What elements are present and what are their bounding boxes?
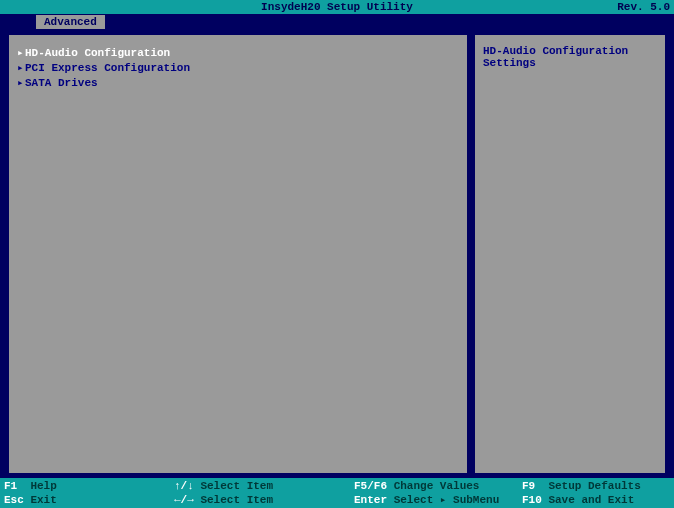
tab-row: Advanced [0, 14, 674, 30]
help-text: HD-Audio Configuration Settings [483, 45, 657, 69]
footer-col-4: F9 Setup Defaults F10 Save and Exit [522, 479, 670, 508]
footer-col-3: F5/F6 Change Values Enter Select ▸ SubMe… [354, 479, 522, 508]
footer-hint-defaults: F9 Setup Defaults [522, 479, 670, 493]
footer-col-1: F1 Help Esc Exit [4, 479, 174, 508]
footer-bar: F1 Help Esc Exit ↑/↓ Select Item ←/→ Sel… [0, 478, 674, 508]
tab-advanced[interactable]: Advanced [36, 15, 105, 29]
menu-item-hd-audio[interactable]: ▸HD-Audio Configuration [17, 45, 459, 60]
revision-label: Rev. 5.0 [617, 1, 670, 13]
help-panel: HD-Audio Configuration Settings [474, 34, 666, 474]
footer-col-2: ↑/↓ Select Item ←/→ Select Item [174, 479, 354, 508]
footer-hint-updown: ↑/↓ Select Item [174, 479, 354, 493]
title-bar: InsydeH20 Setup Utility Rev. 5.0 [0, 0, 674, 14]
footer-hint-help: F1 Help [4, 479, 174, 493]
submenu-arrow-icon: ▸ [17, 76, 25, 89]
menu-item-label: HD-Audio Configuration [25, 47, 170, 59]
menu-item-pci-express[interactable]: ▸PCI Express Configuration [17, 60, 459, 75]
footer-hint-save: F10 Save and Exit [522, 493, 670, 507]
menu-item-label: SATA Drives [25, 77, 98, 89]
submenu-arrow-icon: ▸ [17, 61, 25, 74]
menu-item-sata-drives[interactable]: ▸SATA Drives [17, 75, 459, 90]
footer-hint-leftright: ←/→ Select Item [174, 493, 354, 507]
menu-panel: ▸HD-Audio Configuration ▸PCI Express Con… [8, 34, 468, 474]
main-area: ▸HD-Audio Configuration ▸PCI Express Con… [0, 30, 674, 478]
submenu-arrow-icon: ▸ [17, 46, 25, 59]
footer-hint-change: F5/F6 Change Values [354, 479, 522, 493]
app-title: InsydeH20 Setup Utility [261, 1, 413, 13]
footer-hint-exit: Esc Exit [4, 493, 174, 507]
menu-item-label: PCI Express Configuration [25, 62, 190, 74]
footer-hint-submenu: Enter Select ▸ SubMenu [354, 493, 522, 507]
